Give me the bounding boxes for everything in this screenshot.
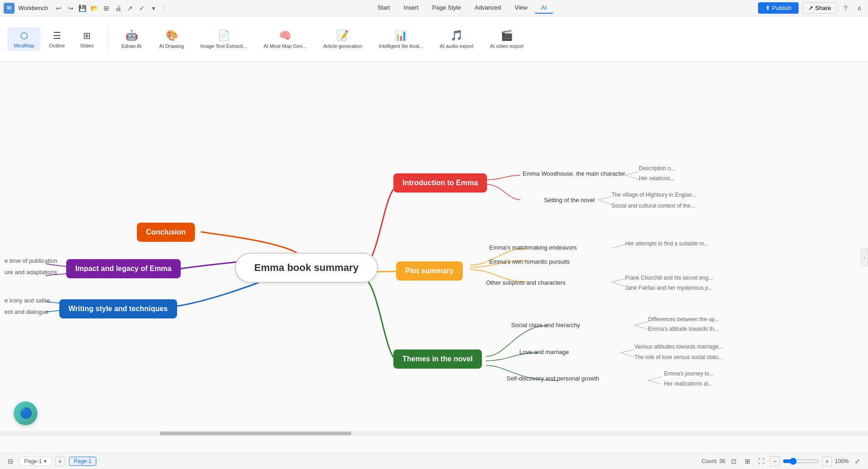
branch-writing[interactable]: Writing style and techniques [59,299,177,318]
branch-writing-label: Writing style and techniques [68,305,168,313]
nav-insert[interactable]: Insert [397,2,425,14]
svg-line-9 [621,349,634,353]
branch-intro[interactable]: Introduction to Emma [393,173,487,193]
svg-line-8 [634,325,648,329]
branch-plot[interactable]: Plot summary [396,261,463,281]
export-icon[interactable]: ↗ [125,3,135,13]
nav-view[interactable]: View [508,2,534,14]
edraw-ai-icon: 🤖 [125,30,138,42]
edraw-ai-label: Edraw AI [121,43,141,49]
ai-audio-label: AI audio export [440,43,474,49]
topbar-divider [163,4,164,12]
ai-mindmap-gen-btn[interactable]: 🧠 AI Mind Map Gen... [259,27,311,52]
ai-video-icon: 🎬 [501,30,513,42]
more-icon[interactable]: ▾ [149,3,159,13]
publish-button[interactable]: ⬆ Publish [758,2,799,14]
edraw-ai-btn[interactable]: 🤖 Edraw AI [115,27,147,52]
svg-line-11 [648,377,662,380]
sub-social-cultural: Social and cultural context of the... [612,203,695,209]
intelligent-file-btn[interactable]: 📊 Intelligent file Anal... [374,27,428,52]
open-icon[interactable]: 📂 [89,3,99,13]
sub-village-highbury: The village of Highbury in Englan... [612,192,696,198]
nav-advanced[interactable]: Advanced [468,2,507,14]
center-node-label: Emma book summary [254,262,359,273]
collapse-icon[interactable]: ∧ [854,3,864,13]
app-icon: W [4,3,15,14]
article-gen-btn[interactable]: 📝 Article generation [319,27,367,52]
zoom-controls: − + 100% [770,456,849,466]
nav-ai[interactable]: AI [535,2,553,14]
horizontal-scrollbar[interactable] [0,431,868,436]
share-button[interactable]: ↗ Share [802,2,837,14]
sub-social-class: Social class and hierarchy [511,322,580,328]
intelligent-file-label: Intelligent file Anal... [379,43,424,49]
checkmark-icon[interactable]: ✓ [137,3,147,13]
ai-audio-btn[interactable]: 🎵 AI audio export [435,27,478,52]
sub-realizations: Her realizations at... [664,380,713,387]
floating-logo-icon: 🔵 [20,407,32,419]
sub-differences-up: Differences between the up... [648,316,719,323]
svg-line-0 [625,172,639,175]
share-label: Share [815,5,831,11]
zoom-out-btn[interactable]: − [770,456,780,466]
topbar: W Workbench ↩ ↪ 💾 📂 ⊞ 🖨 ↗ ✓ ▾ Start Inse… [0,0,868,16]
slides-label: Slides [80,43,94,48]
mindmap-label: MindMap [14,43,34,48]
image-text-extract-btn[interactable]: 📄 Image Text Extracti... [196,27,252,52]
nav-start[interactable]: Start [371,2,396,14]
connections-svg [0,62,868,453]
scrollbar-thumb[interactable] [160,432,351,435]
nav-page-style[interactable]: Page Style [426,2,467,14]
page-tab-active[interactable]: Page-1 [69,457,97,466]
page-tab-label: Page-1 [24,458,42,464]
zoom-slider[interactable] [783,458,819,465]
toolbar: ⬡ MindMap ☰ Outline ⊞ Slides 🤖 Edraw AI … [0,16,868,62]
page-tab-active-label: Page-1 [74,458,92,464]
zoom-in-btn[interactable]: + [822,456,832,466]
sub-her-relations: Her relations... [639,175,675,182]
branch-conclusion[interactable]: Conclusion [137,223,195,242]
svg-line-4 [612,245,625,248]
sub-other-subplots: Other subplots and characters [486,279,565,286]
undo-icon[interactable]: ↩ [54,3,64,13]
panel-toggle-icon[interactable]: ⊟ [5,456,16,466]
sub-setting-novel: Setting of the novel [544,197,595,203]
count-label: Count: 36 [701,458,725,464]
ai-video-btn[interactable]: 🎬 AI video export [486,27,528,52]
sub-emma-attitude: Emma's attitude towards th... [648,326,718,332]
save-icon[interactable]: 💾 [78,3,88,13]
outline-btn[interactable]: ☰ Outline [42,27,71,51]
ai-drawing-btn[interactable]: 🎨 AI Drawing [155,27,188,52]
outline-icon: ☰ [53,30,61,41]
sub-romantic-pursuits: Emma's own romantic pursuits [489,258,570,265]
fullscreen-icon[interactable]: ⛶ [756,456,766,466]
zoom-value: 100% [835,458,849,464]
add-page-button[interactable]: + [55,456,65,466]
slides-icon: ⊞ [83,30,91,41]
app-title: Workbench [18,5,48,11]
page-tab-dropdown[interactable]: Page-1 ▾ [19,457,52,466]
view-mode-group: ⬡ MindMap ☰ Outline ⊞ Slides [7,27,100,51]
view-mode-icon[interactable]: ⊞ [743,456,753,466]
floating-logo[interactable]: 🔵 [14,401,37,425]
branch-impact[interactable]: Impact and legacy of Emma [66,259,181,278]
print-icon[interactable]: 🖨 [113,3,123,13]
redo-icon[interactable]: ↪ [66,3,76,13]
right-panel-toggle[interactable]: ‹ [861,248,868,266]
fit-page-icon[interactable]: ⊡ [729,456,739,466]
sub-attempts-suitable: Her attempts to find a suitable m... [625,240,709,247]
help-icon[interactable]: ? [841,3,851,13]
image-text-label: Image Text Extracti... [200,43,247,49]
grid-icon[interactable]: ⊞ [101,3,111,13]
fit-content-icon[interactable]: ⤢ [852,456,863,466]
mindmap-icon: ⬡ [20,30,28,41]
center-node[interactable]: Emma book summary [235,253,378,283]
canvas[interactable]: Emma book summary Introduction to Emma P… [0,62,868,453]
bottombar: ⊟ Page-1 ▾ + Page-1 Count: 36 ⊡ ⊞ ⛶ − + … [0,453,868,469]
toolbar-icons: ↩ ↪ 💾 📂 ⊞ 🖨 ↗ ✓ ▾ [54,3,159,13]
branch-themes[interactable]: Themes in the novel [393,349,482,369]
branch-intro-label: Introduction to Emma [403,179,478,187]
mindmap-btn[interactable]: ⬡ MindMap [7,27,41,51]
slides-btn[interactable]: ⊞ Slides [73,27,100,51]
sub-self-discovery: Self-discovery and personal growth [507,375,599,382]
